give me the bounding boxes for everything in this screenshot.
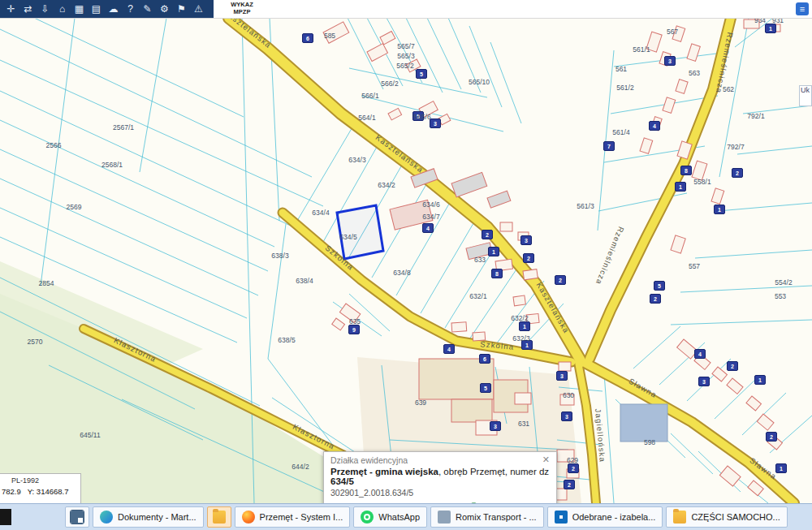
building-number-icon[interactable]: 3: [430, 119, 441, 128]
building-number-icon[interactable]: 3: [699, 377, 710, 386]
svg-text:2: 2: [770, 434, 773, 440]
taskbar-item-przemet-system[interactable]: Przemęt - System I...: [235, 506, 351, 528]
building-number-icon[interactable]: 2: [524, 254, 534, 263]
download-icon[interactable]: ⇩: [37, 2, 53, 16]
edge-icon: [100, 511, 113, 524]
building-number-icon[interactable]: 4: [423, 224, 434, 233]
crs-label[interactable]: PL-1992: [2, 476, 80, 485]
wykaz-line1: WYKAZ: [221, 1, 263, 8]
legend-icon[interactable]: ▤: [89, 2, 104, 16]
building-number-icon[interactable]: 6: [303, 34, 313, 43]
building-number-icon[interactable]: 2: [767, 433, 777, 442]
svg-text:2: 2: [572, 466, 575, 472]
building-number-icon[interactable]: 2: [728, 362, 738, 371]
taskbar-item-mail[interactable]: Odebrane - izabela...: [547, 506, 663, 528]
municipality-name: Przemęt - gmina wiejska: [330, 467, 438, 476]
building-number-icon[interactable]: 8: [492, 269, 503, 278]
parcel-label: 632/2: [511, 314, 529, 322]
taskbar-item-czesci[interactable]: CZĘŚCI SAMOCHO...: [666, 506, 787, 528]
panel-toggle-icon[interactable]: ≡: [796, 2, 809, 15]
draw-icon[interactable]: ✎: [140, 2, 155, 16]
parcel-label: 566/2: [381, 80, 399, 88]
building-number-icon[interactable]: 2: [732, 169, 743, 178]
svg-text:7: 7: [607, 144, 611, 149]
building-number-icon[interactable]: 7: [604, 142, 615, 151]
building-number-icon[interactable]: 2: [482, 231, 493, 239]
flag-icon[interactable]: ⚑: [174, 2, 189, 16]
parcel-label: 561/3: [577, 202, 594, 210]
building-number-icon[interactable]: 1: [676, 183, 686, 192]
pan-icon[interactable]: ✛: [3, 2, 19, 16]
application-window: ✛⇄⇩⌂▦▤☁?✎⚙⚑⚠ WYKAZ MPZP ≡: [0, 0, 812, 530]
building-number-icon[interactable]: 4: [650, 122, 660, 131]
settings-icon[interactable]: ⚙: [157, 2, 172, 16]
parcel-label: 557: [689, 262, 700, 270]
building-number-icon[interactable]: 1: [766, 24, 776, 33]
wykaz-mpzp-button[interactable]: WYKAZ MPZP: [221, 1, 263, 17]
building-number-icon[interactable]: 5: [481, 384, 491, 393]
building-number-icon[interactable]: 2: [564, 480, 575, 489]
app-icon: [438, 511, 451, 524]
building-number-icon[interactable]: 4: [444, 345, 455, 354]
start-corner[interactable]: [0, 509, 11, 525]
parcel-label: 561/2: [616, 84, 634, 92]
parcel-label: 2568/1: [102, 161, 123, 169]
building-number-icon[interactable]: 3: [557, 372, 568, 381]
building-number-icon[interactable]: 8: [681, 166, 692, 175]
parcel-label: 931: [772, 18, 784, 24]
svg-text:2: 2: [731, 364, 734, 369]
taskbar: Dokumenty - Mart... Przemęt - System I..…: [0, 503, 812, 530]
building-number-icon[interactable]: 1: [489, 248, 499, 256]
warning-icon[interactable]: ⚠: [191, 2, 206, 16]
map-toolbar: ✛⇄⇩⌂▦▤☁?✎⚙⚑⚠ WYKAZ MPZP ≡: [0, 0, 812, 19]
parcel-label: 561: [615, 65, 627, 73]
svg-text:2: 2: [568, 482, 571, 488]
taskbar-item-whatsapp[interactable]: WhatsApp: [353, 506, 427, 528]
parcel-label: 563: [689, 69, 700, 77]
svg-text:8: 8: [495, 271, 499, 277]
building-number-icon[interactable]: 3: [521, 236, 532, 245]
taskbar-item-documents[interactable]: Dokumenty - Mart...: [93, 506, 204, 528]
building-number-icon[interactable]: 1: [776, 464, 787, 473]
building-number-icon[interactable]: 6: [480, 355, 490, 364]
building-number-icon[interactable]: 1: [755, 376, 766, 385]
taskbar-item-explorer[interactable]: [207, 506, 231, 528]
map-canvas[interactable]: 655342132821146953332681432152421321271 …: [0, 18, 812, 503]
svg-text:1: 1: [679, 184, 682, 190]
parcel-label: 792/7: [727, 143, 745, 151]
swap-arrows-icon[interactable]: ⇄: [20, 2, 36, 16]
svg-text:1: 1: [769, 26, 772, 32]
parcel-label: 634/7: [422, 213, 440, 221]
building-number-icon[interactable]: 9: [349, 325, 360, 334]
parcel-label: 565/10: [469, 78, 490, 86]
building-number-icon[interactable]: 1: [715, 205, 725, 214]
building-number-icon[interactable]: 4: [695, 350, 706, 359]
parcel-label: 565/3: [397, 52, 415, 60]
building-number-icon[interactable]: 5: [654, 282, 665, 291]
task-view-button[interactable]: [65, 506, 89, 528]
building-number-icon[interactable]: 3: [665, 57, 676, 66]
building-number-icon[interactable]: 5: [417, 70, 427, 79]
taskbar-item-romix[interactable]: Romix Transport - ...: [430, 506, 544, 528]
building-number-icon[interactable]: 1: [520, 322, 530, 331]
building-number-icon[interactable]: 2: [568, 464, 579, 473]
parcel-label: 565/6: [413, 113, 431, 121]
svg-text:3: 3: [565, 414, 568, 420]
help-icon[interactable]: ?: [123, 2, 138, 16]
coordinates-display: 782.9 Y: 314668.7: [2, 487, 80, 496]
parcel-label: 638/4: [296, 277, 313, 285]
parcel-label: 566/1: [361, 92, 379, 100]
building-number-icon[interactable]: 2: [555, 276, 566, 285]
building-number-icon[interactable]: 2: [650, 295, 661, 304]
parcel-label: 634/3: [348, 156, 366, 164]
close-icon[interactable]: ✕: [541, 455, 551, 465]
building-number-icon[interactable]: 3: [490, 422, 501, 431]
layers-icon[interactable]: ▦: [71, 2, 87, 16]
collapsed-panel-tab[interactable]: Uk: [799, 85, 812, 106]
selected-parcel-outline[interactable]: [337, 205, 383, 259]
svg-text:3: 3: [668, 58, 672, 64]
home-icon[interactable]: ⌂: [54, 2, 70, 16]
building-number-icon[interactable]: 3: [562, 412, 572, 421]
cloud-icon[interactable]: ☁: [106, 2, 121, 16]
parcel-label: 629: [567, 456, 578, 464]
